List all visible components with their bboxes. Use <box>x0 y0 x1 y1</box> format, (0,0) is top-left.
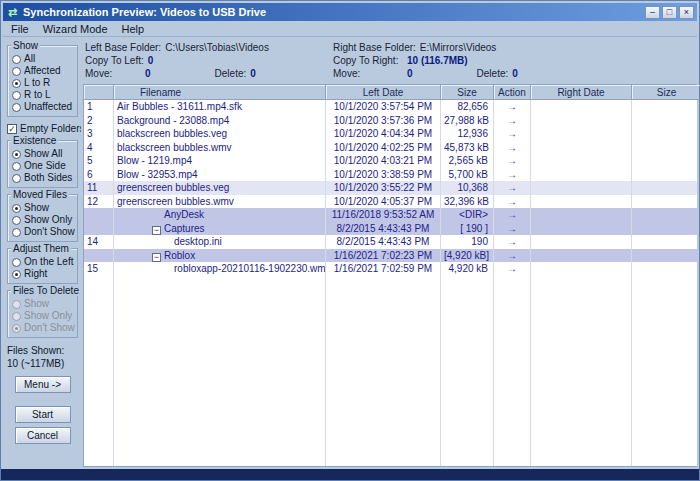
filename-label: Air Bubbles - 31611.mp4.sfk <box>117 101 242 112</box>
sync-arrow-icon[interactable]: → <box>507 169 517 180</box>
filename-cell: blackscreen bubbles.veg <box>114 127 326 141</box>
move-left-value: 0 <box>145 68 151 79</box>
radio-option[interactable]: Both Sides <box>12 172 76 184</box>
radio-label: Show <box>24 298 49 310</box>
radio-option[interactable]: R to L <box>12 89 76 101</box>
filename-cell: Air Bubbles - 31611.mp4.sfk <box>114 100 326 114</box>
checkbox-icon: ✓ <box>7 124 17 134</box>
collapse-icon[interactable]: − <box>152 226 161 235</box>
cancel-button[interactable]: Cancel <box>15 427 71 444</box>
menu-help[interactable]: Help <box>115 22 152 36</box>
sync-arrow-icon[interactable]: → <box>507 196 517 207</box>
radio-icon <box>12 55 21 64</box>
radio-icon <box>12 258 21 267</box>
table-row[interactable]: 12greenscreen bubbles.wmv10/1/2020 4:05:… <box>84 195 697 209</box>
right-move-delete-stat: Move:0Delete:0 <box>333 68 697 79</box>
left-size-cell: 10,368 <box>441 181 494 195</box>
right-size-cell <box>632 208 700 222</box>
action-cell: → <box>494 141 531 155</box>
sync-arrow-icon[interactable]: → <box>507 250 517 261</box>
left-base-value: C:\Users\Tobias\Videos <box>165 42 269 53</box>
filename-label: AnyDesk <box>164 209 204 220</box>
right-size-cell <box>632 235 700 249</box>
table-row[interactable]: −Roblox1/16/2021 7:02:23 PM[4,920 kB]→ <box>84 249 697 263</box>
sync-arrow-icon[interactable]: → <box>507 182 517 193</box>
bottom-edge-bar <box>1 469 699 480</box>
radio-option[interactable]: Right <box>12 268 76 280</box>
move-right-value: 0 <box>407 68 413 79</box>
header-row-number[interactable] <box>84 85 114 100</box>
collapse-icon[interactable]: − <box>152 253 161 262</box>
radio-option[interactable]: Show All <box>12 148 76 160</box>
sync-arrow-icon[interactable]: → <box>507 155 517 166</box>
right-date-cell <box>531 168 632 182</box>
table-row[interactable]: 2Background - 23088.mp410/1/2020 3:57:36… <box>84 114 697 128</box>
sync-arrow-icon[interactable]: → <box>507 209 517 220</box>
filename-label: Blow - 32953.mp4 <box>117 169 198 180</box>
action-cell: → <box>494 249 531 263</box>
menu-bar: File Wizard Mode Help <box>3 21 697 37</box>
header-action[interactable]: Action <box>494 85 531 100</box>
table-row[interactable]: 4blackscreen bubbles.wmv10/1/2020 4:02:2… <box>84 141 697 155</box>
radio-option[interactable]: Don't Show <box>12 226 76 238</box>
table-row[interactable]: 1Air Bubbles - 31611.mp4.sfk10/1/2020 3:… <box>84 100 697 114</box>
menu-button[interactable]: Menu -> <box>15 376 71 393</box>
left-date-cell: 10/1/2020 3:38:59 PM <box>326 168 441 182</box>
radio-icon <box>12 270 21 279</box>
filename-label: greenscreen bubbles.veg <box>117 182 229 193</box>
radio-option[interactable]: Show <box>12 202 76 214</box>
sync-arrow-icon[interactable]: → <box>507 263 517 274</box>
table-row[interactable]: 6Blow - 32953.mp410/1/2020 3:38:59 PM5,7… <box>84 168 697 182</box>
header-right-date[interactable]: Right Date <box>531 85 632 100</box>
menu-file[interactable]: File <box>4 22 36 36</box>
start-button[interactable]: Start <box>15 406 71 423</box>
filler-cell <box>632 276 700 467</box>
table-row[interactable]: 14desktop.ini8/2/2015 4:43:43 PM190→ <box>84 235 697 249</box>
header-left-size[interactable]: Size <box>441 85 494 100</box>
right-size-cell <box>632 154 700 168</box>
radio-option[interactable]: Unaffected <box>12 101 76 113</box>
filename-label: greenscreen bubbles.wmv <box>117 196 234 207</box>
menu-wizard-mode[interactable]: Wizard Mode <box>36 22 115 36</box>
header-right-size[interactable]: Size <box>632 85 700 100</box>
sync-arrow-icon[interactable]: → <box>507 236 517 247</box>
table-row[interactable]: 3blackscreen bubbles.veg10/1/2020 4:04:3… <box>84 127 697 141</box>
adjust-them-group-label: Adjust Them <box>11 243 71 254</box>
radio-option[interactable]: One Side <box>12 160 76 172</box>
files-to-delete-group-label: Files To Delete <box>11 285 81 296</box>
radio-label: L to R <box>24 77 50 89</box>
empty-folders-label: Empty Folders <box>20 123 81 134</box>
radio-option[interactable]: Affected <box>12 65 76 77</box>
table-row[interactable]: 15robloxapp-20210116-1902230.wmv1/16/202… <box>84 262 697 276</box>
radio-label: Show Only <box>24 214 72 226</box>
empty-folders-checkbox[interactable]: ✓ Empty Folders <box>7 123 78 134</box>
radio-option[interactable]: All <box>12 53 76 65</box>
table-row[interactable]: 5Blow - 1219.mp410/1/2020 4:03:21 PM2,56… <box>84 154 697 168</box>
action-cell: → <box>494 262 531 276</box>
row-number-cell: 15 <box>84 262 114 276</box>
sync-arrow-icon[interactable]: → <box>507 223 517 234</box>
radio-option[interactable]: L to R <box>12 77 76 89</box>
maximize-button[interactable]: □ <box>662 6 677 19</box>
header-filename[interactable]: Filename <box>114 85 326 100</box>
sync-arrow-icon[interactable]: → <box>507 128 517 139</box>
table-row[interactable]: AnyDesk11/16/2018 9:53:52 AM<DIR>→ <box>84 208 697 222</box>
radio-option[interactable]: On the Left <box>12 256 76 268</box>
right-base-folder: Right Base Folder:E:\Mirrors\Videos <box>333 42 697 53</box>
table-row[interactable]: −Captures8/2/2015 4:43:43 PM[ 190 ]→ <box>84 222 697 236</box>
sync-arrow-icon[interactable]: → <box>507 142 517 153</box>
main-panel: Left Base Folder:C:\Users\Tobias\Videos … <box>81 37 697 467</box>
radio-option[interactable]: Show Only <box>12 214 76 226</box>
files-to-delete-group: Files To Delete ShowShow OnlyDon't Show <box>7 290 78 338</box>
filename-cell: robloxapp-20210116-1902230.wmv <box>114 262 326 276</box>
minimize-button[interactable]: – <box>645 6 660 19</box>
table-row[interactable]: 11greenscreen bubbles.veg10/1/2020 3:55:… <box>84 181 697 195</box>
header-left-date[interactable]: Left Date <box>326 85 441 100</box>
right-date-cell <box>531 100 632 114</box>
right-date-cell <box>531 195 632 209</box>
right-size-cell <box>632 222 700 236</box>
sync-arrow-icon[interactable]: → <box>507 101 517 112</box>
close-button[interactable]: × <box>679 6 694 19</box>
files-shown-label: Files Shown: <box>7 345 78 358</box>
sync-arrow-icon[interactable]: → <box>507 115 517 126</box>
